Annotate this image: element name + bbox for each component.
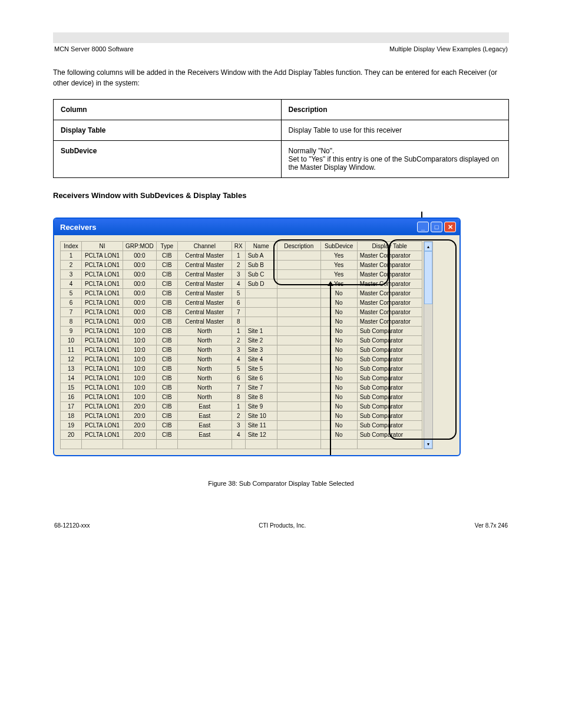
grid-cell[interactable] xyxy=(277,421,320,430)
grid-cell[interactable]: Master Comparator xyxy=(357,289,422,298)
table-row[interactable]: 9PCLTA LON110:0CIBNorth1Site 1NoSub Comp… xyxy=(61,327,422,336)
grid-cell[interactable]: Site 11 xyxy=(245,421,277,430)
grid-cell[interactable]: No xyxy=(320,393,357,402)
grid-cell[interactable]: North xyxy=(177,364,232,374)
table-row[interactable]: 11PCLTA LON110:0CIBNorth3Site 3NoSub Com… xyxy=(61,345,422,355)
grid-cell[interactable]: 1 xyxy=(61,251,82,261)
table-row[interactable]: 2PCLTA LON100:0CIBCentral Master2Sub BYe… xyxy=(61,261,422,270)
grid-cell[interactable]: No xyxy=(320,411,357,421)
grid-cell[interactable]: PCLTA LON1 xyxy=(82,430,123,440)
grid-cell[interactable]: 7 xyxy=(61,308,82,317)
grid-cell[interactable]: No xyxy=(320,317,357,327)
grid-cell[interactable]: 20:0 xyxy=(123,402,157,411)
grid-cell[interactable]: 2 xyxy=(232,336,245,345)
grid-cell[interactable]: Sub Comparator xyxy=(357,374,422,383)
grid-cell[interactable] xyxy=(277,411,320,421)
grid-cell[interactable]: Master Comparator xyxy=(357,251,422,261)
grid-cell[interactable]: No xyxy=(320,364,357,374)
grid-cell[interactable]: PCLTA LON1 xyxy=(82,345,123,355)
grid-cell[interactable]: CIB xyxy=(156,251,177,261)
scroll-up-button[interactable]: ▴ xyxy=(424,242,432,251)
grid-cell[interactable]: 3 xyxy=(232,345,245,355)
receivers-grid[interactable]: IndexNIGRP:MODTypeChannelRXNameDescripti… xyxy=(60,241,422,449)
grid-cell[interactable]: North xyxy=(177,336,232,345)
grid-cell[interactable]: 2 xyxy=(232,411,245,421)
grid-cell[interactable]: 8 xyxy=(61,317,82,327)
close-button[interactable]: ✕ xyxy=(444,222,456,232)
grid-cell[interactable]: 7 xyxy=(232,308,245,317)
grid-cell[interactable]: 10:0 xyxy=(123,374,157,383)
table-row[interactable]: 5PCLTA LON100:0CIBCentral Master5NoMaste… xyxy=(61,289,422,298)
grid-cell[interactable]: No xyxy=(320,421,357,430)
grid-cell[interactable]: 11 xyxy=(61,345,82,355)
grid-cell[interactable]: 1 xyxy=(232,327,245,336)
grid-cell[interactable]: 00:0 xyxy=(123,308,157,317)
grid-cell[interactable]: PCLTA LON1 xyxy=(82,402,123,411)
grid-cell[interactable]: Sub Comparator xyxy=(357,421,422,430)
grid-cell[interactable]: CIB xyxy=(156,336,177,345)
grid-cell[interactable]: Sub B xyxy=(245,261,277,270)
grid-column-header[interactable]: NI xyxy=(82,242,123,251)
grid-cell[interactable]: 5 xyxy=(232,289,245,298)
grid-cell[interactable]: 8 xyxy=(232,393,245,402)
grid-cell[interactable]: East xyxy=(177,402,232,411)
grid-cell[interactable]: 17 xyxy=(61,402,82,411)
grid-cell[interactable]: East xyxy=(177,421,232,430)
table-row[interactable]: 6PCLTA LON100:0CIBCentral Master6NoMaste… xyxy=(61,298,422,308)
grid-cell[interactable]: Sub Comparator xyxy=(357,430,422,440)
grid-cell[interactable]: Sub Comparator xyxy=(357,345,422,355)
grid-cell[interactable]: Sub Comparator xyxy=(357,336,422,345)
grid-cell[interactable] xyxy=(245,317,277,327)
grid-cell[interactable]: 00:0 xyxy=(123,289,157,298)
table-row[interactable]: 13PCLTA LON110:0CIBNorth5Site 5NoSub Com… xyxy=(61,364,422,374)
grid-cell[interactable] xyxy=(277,270,320,279)
grid-cell[interactable]: Master Comparator xyxy=(357,317,422,327)
grid-cell[interactable]: 00:0 xyxy=(123,251,157,261)
grid-cell[interactable]: CIB xyxy=(156,355,177,364)
table-row[interactable]: 12PCLTA LON110:0CIBNorth4Site 4NoSub Com… xyxy=(61,355,422,364)
grid-cell[interactable]: Site 2 xyxy=(245,336,277,345)
grid-cell[interactable]: 10:0 xyxy=(123,336,157,345)
grid-cell[interactable]: Master Comparator xyxy=(357,308,422,317)
grid-cell[interactable]: No xyxy=(320,374,357,383)
grid-cell[interactable]: 6 xyxy=(232,374,245,383)
grid-cell[interactable]: Site 4 xyxy=(245,355,277,364)
grid-cell[interactable]: CIB xyxy=(156,289,177,298)
grid-cell[interactable]: CIB xyxy=(156,374,177,383)
grid-cell[interactable]: CIB xyxy=(156,261,177,270)
grid-cell[interactable]: 5 xyxy=(232,364,245,374)
grid-cell[interactable]: 3 xyxy=(232,270,245,279)
grid-cell[interactable]: PCLTA LON1 xyxy=(82,383,123,393)
table-row[interactable]: 8PCLTA LON100:0CIBCentral Master8NoMaste… xyxy=(61,317,422,327)
table-row[interactable]: 15PCLTA LON110:0CIBNorth7Site 7NoSub Com… xyxy=(61,383,422,393)
grid-cell[interactable]: East xyxy=(177,430,232,440)
grid-cell[interactable] xyxy=(277,430,320,440)
grid-cell[interactable]: No xyxy=(320,355,357,364)
grid-cell[interactable]: Site 8 xyxy=(245,393,277,402)
grid-cell[interactable]: 7 xyxy=(232,383,245,393)
grid-cell[interactable] xyxy=(277,336,320,345)
grid-cell[interactable]: 3 xyxy=(232,421,245,430)
grid-cell[interactable]: 3 xyxy=(61,270,82,279)
grid-cell[interactable]: North xyxy=(177,383,232,393)
grid-cell[interactable]: 15 xyxy=(61,383,82,393)
grid-cell[interactable]: 4 xyxy=(232,430,245,440)
grid-cell[interactable]: Sub Comparator xyxy=(357,393,422,402)
scroll-thumb[interactable] xyxy=(424,251,432,304)
grid-cell[interactable]: CIB xyxy=(156,421,177,430)
grid-cell[interactable]: CIB xyxy=(156,383,177,393)
grid-cell[interactable]: 9 xyxy=(61,327,82,336)
grid-cell[interactable]: 00:0 xyxy=(123,317,157,327)
grid-cell[interactable] xyxy=(277,402,320,411)
grid-cell[interactable]: PCLTA LON1 xyxy=(82,317,123,327)
grid-column-header[interactable]: RX xyxy=(232,242,245,251)
table-row[interactable]: 4PCLTA LON100:0CIBCentral Master4Sub DYe… xyxy=(61,279,422,289)
grid-cell[interactable] xyxy=(277,279,320,289)
grid-cell[interactable]: Central Master xyxy=(177,279,232,289)
table-row[interactable]: 14PCLTA LON110:0CIBNorth6Site 6NoSub Com… xyxy=(61,374,422,383)
grid-cell[interactable]: 20:0 xyxy=(123,411,157,421)
grid-cell[interactable]: Site 12 xyxy=(245,430,277,440)
grid-cell[interactable]: 6 xyxy=(61,298,82,308)
grid-cell[interactable]: No xyxy=(320,430,357,440)
grid-cell[interactable]: 8 xyxy=(232,317,245,327)
